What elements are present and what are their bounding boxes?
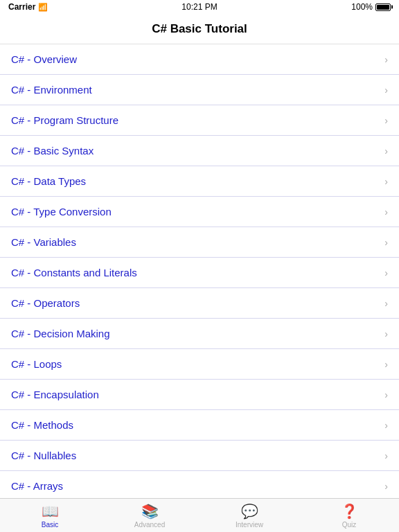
status-battery: 100%: [351, 2, 391, 12]
list-container[interactable]: C# - Overview›C# - Environment›C# - Prog…: [0, 44, 399, 498]
list-item[interactable]: C# - Encapsulation›: [0, 380, 399, 410]
list-item[interactable]: C# - Decision Making›: [0, 319, 399, 349]
chevron-right-icon: ›: [384, 115, 388, 126]
tab-quiz[interactable]: ❓Quiz: [299, 499, 399, 532]
chevron-right-icon: ›: [384, 176, 388, 187]
chevron-right-icon: ›: [384, 54, 388, 65]
tab-icon-basic: 📖: [42, 503, 59, 520]
list-item-label: C# - Overview: [11, 53, 77, 65]
list-item-label: C# - Variables: [11, 236, 76, 248]
list-item-label: C# - Methods: [11, 419, 73, 431]
list-item[interactable]: C# - Overview›: [0, 44, 399, 75]
chevron-right-icon: ›: [384, 420, 388, 431]
chevron-right-icon: ›: [384, 298, 388, 309]
tab-bar: 📖Basic📚Advanced💬Interview❓Quiz: [0, 498, 399, 532]
battery-icon: [375, 3, 391, 11]
list-item[interactable]: C# - Operators›: [0, 288, 399, 319]
status-bar: Carrier 📶 10:21 PM 100%: [0, 0, 399, 14]
list-item[interactable]: C# - Nullables›: [0, 441, 399, 471]
tab-advanced[interactable]: 📚Advanced: [100, 499, 200, 532]
list-item-label: C# - Constants and Literals: [11, 267, 137, 278]
list-item[interactable]: C# - Constants and Literals›: [0, 258, 399, 288]
list-item[interactable]: C# - Type Conversion›: [0, 197, 399, 227]
list-item[interactable]: C# - Loops›: [0, 349, 399, 380]
tab-label-interview: Interview: [236, 521, 263, 529]
tab-icon-advanced: 📚: [141, 503, 159, 520]
list-item[interactable]: C# - Program Structure›: [0, 105, 399, 136]
chevron-right-icon: ›: [384, 85, 388, 96]
status-carrier: Carrier 📶: [8, 2, 48, 12]
nav-bar: C# Basic Tutorial: [0, 14, 399, 44]
chevron-right-icon: ›: [384, 237, 388, 248]
list-item-label: C# - Program Structure: [11, 114, 118, 126]
tab-label-advanced: Advanced: [134, 521, 165, 529]
tab-icon-interview: 💬: [241, 503, 258, 520]
chevron-right-icon: ›: [384, 328, 388, 339]
list-item-label: C# - Operators: [11, 297, 80, 309]
list-item-label: C# - Nullables: [11, 450, 76, 461]
list-item[interactable]: C# - Data Types›: [0, 166, 399, 197]
tab-basic[interactable]: 📖Basic: [0, 499, 100, 532]
battery-text: 100%: [351, 2, 373, 12]
list-item[interactable]: C# - Basic Syntax›: [0, 136, 399, 166]
list-item[interactable]: C# - Arrays›: [0, 471, 399, 498]
status-time: 10:21 PM: [181, 2, 217, 12]
chevron-right-icon: ›: [384, 389, 388, 400]
chevron-right-icon: ›: [384, 481, 388, 492]
list-item-label: C# - Basic Syntax: [11, 145, 94, 157]
tab-interview[interactable]: 💬Interview: [200, 499, 299, 532]
list-item-label: C# - Decision Making: [11, 328, 110, 339]
list-item[interactable]: C# - Methods›: [0, 410, 399, 441]
chevron-right-icon: ›: [384, 267, 388, 278]
chevron-right-icon: ›: [384, 206, 388, 218]
chevron-right-icon: ›: [384, 450, 388, 461]
wifi-icon: 📶: [38, 3, 48, 12]
list-item-label: C# - Encapsulation: [11, 389, 99, 400]
tab-icon-quiz: ❓: [341, 503, 358, 520]
chevron-right-icon: ›: [384, 359, 388, 370]
nav-title: C# Basic Tutorial: [152, 22, 247, 36]
tab-label-quiz: Quiz: [342, 521, 357, 529]
chevron-right-icon: ›: [384, 145, 388, 157]
tab-label-basic: Basic: [42, 521, 58, 529]
list-item[interactable]: C# - Variables›: [0, 227, 399, 258]
list-item-label: C# - Type Conversion: [11, 206, 112, 218]
list-item-label: C# - Environment: [11, 84, 92, 96]
list-item-label: C# - Data Types: [11, 175, 86, 187]
carrier-text: Carrier: [8, 2, 35, 12]
list-item-label: C# - Loops: [11, 358, 62, 370]
list-item[interactable]: C# - Environment›: [0, 75, 399, 105]
list-item-label: C# - Arrays: [11, 480, 63, 492]
